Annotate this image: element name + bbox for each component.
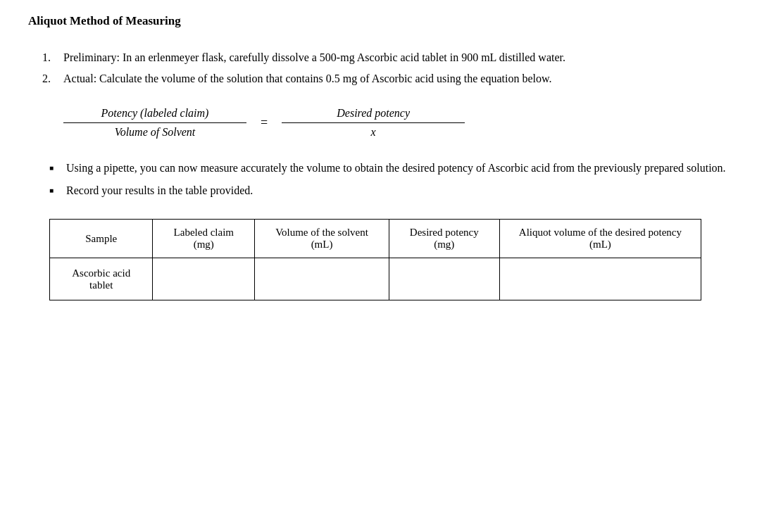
bullet-text-2: Record your results in the table provide… xyxy=(66,182,729,199)
data-table: Sample Labeled claim (mg) Volume of the … xyxy=(49,219,701,300)
bullet-text-1: Using a pipette, you can now measure acc… xyxy=(66,160,729,177)
table-header-labeled-claim: Labeled claim (mg) xyxy=(153,220,255,258)
table-cell-labeled-claim xyxy=(153,258,255,300)
left-fraction: Potency (labeled claim) Volume of Solven… xyxy=(63,107,246,139)
table-cell-desired-potency xyxy=(389,258,499,300)
right-denominator: x xyxy=(371,123,376,139)
equation-container: Potency (labeled claim) Volume of Solven… xyxy=(63,107,729,139)
bullet-item-2: ■ Record your results in the table provi… xyxy=(49,182,729,199)
bullet-symbol-1: ■ xyxy=(49,160,66,177)
step-text-2: Actual: Calculate the volume of the solu… xyxy=(63,70,729,87)
left-numerator: Potency (labeled claim) xyxy=(101,107,209,122)
right-numerator: Desired potency xyxy=(337,107,410,122)
page-title: Aliquot Method of Measuring xyxy=(28,14,729,28)
list-item-1: 1. Preliminary: In an erlenmeyer flask, … xyxy=(42,49,729,66)
left-denominator: Volume of Solvent xyxy=(115,123,196,139)
step-text-1: Preliminary: In an erlenmeyer flask, car… xyxy=(63,49,729,66)
step-number-1: 1. xyxy=(42,49,63,66)
table-cell-sample: Ascorbic acid tablet xyxy=(50,258,153,300)
table-header-row: Sample Labeled claim (mg) Volume of the … xyxy=(50,220,701,258)
step-number-2: 2. xyxy=(42,70,63,87)
numbered-list: 1. Preliminary: In an erlenmeyer flask, … xyxy=(42,49,729,87)
table-header-desired-potency: Desired potency (mg) xyxy=(389,220,499,258)
equals-sign: = xyxy=(261,115,268,130)
right-fraction: Desired potency x xyxy=(282,107,465,139)
table-cell-aliquot-volume xyxy=(499,258,701,300)
table-header-aliquot-volume: Aliquot volume of the desired potency (m… xyxy=(499,220,701,258)
table-row: Ascorbic acid tablet xyxy=(50,258,701,300)
table-cell-volume-solvent xyxy=(255,258,389,300)
bullet-list: ■ Using a pipette, you can now measure a… xyxy=(42,160,729,199)
table-header-sample: Sample xyxy=(50,220,153,258)
list-item-2: 2. Actual: Calculate the volume of the s… xyxy=(42,70,729,87)
bullet-item-1: ■ Using a pipette, you can now measure a… xyxy=(49,160,729,177)
table-header-volume-solvent: Volume of the solvent (mL) xyxy=(255,220,389,258)
bullet-symbol-2: ■ xyxy=(49,182,66,199)
